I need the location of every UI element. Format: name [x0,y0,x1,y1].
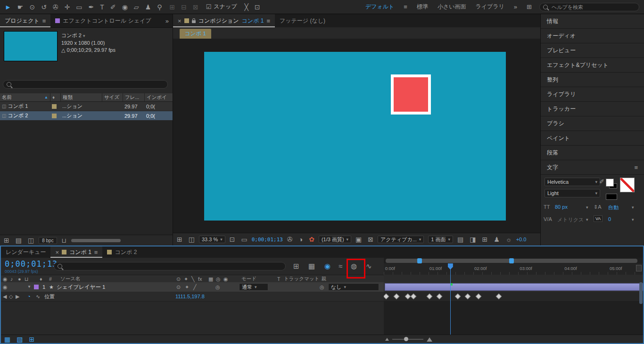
column-source-name[interactable]: ソース名 [60,276,81,282]
transparency-grid-icon[interactable]: ⊠ [368,236,373,243]
trash-icon[interactable]: ⊔ [62,238,66,244]
tracking-value[interactable]: 0 [608,216,611,222]
tab-project[interactable]: プロジェクト ≡ [0,14,50,27]
dropdown-caret-icon[interactable]: ▾ [632,205,634,210]
keyframe-track[interactable] [384,292,643,302]
column-parent[interactable]: 親 [322,276,327,282]
keyframe-diamond[interactable] [405,294,411,300]
layer-label-color[interactable] [34,285,39,289]
panel-info[interactable]: 情報 [541,14,644,29]
viewer-comp-tab[interactable]: コンポ 1 [180,29,211,39]
dropdown-caret-icon[interactable]: ▾ [586,217,588,222]
magnification-icon[interactable]: ◫ [189,236,195,243]
brush-tool[interactable]: ✐ [110,4,116,10]
project-search-input[interactable] [14,81,164,88]
tab-render-queue[interactable]: レンダーキュー [1,246,50,258]
lock-icon[interactable] [192,20,196,23]
selection-tool[interactable]: ► [5,4,11,10]
3d-layer-icon[interactable]: ◎ [216,277,221,282]
expand-layer-icon[interactable]: ▼ [27,285,31,289]
project-row-comp2[interactable]: ◫ コンポ 2 ...ション 29.97 0;0( [0,111,173,121]
layer-quality-icon[interactable]: ╱ [193,285,197,290]
draft-3d-icon[interactable]: ▦ [308,262,315,270]
timeline-button-icon[interactable]: ◨ [470,236,476,243]
expand-modes-icon[interactable]: ▧ [17,336,23,343]
timeline-zoom-slider[interactable] [385,335,432,344]
active-comp-name[interactable]: コンポ 1 [242,17,264,25]
snap-options-icon[interactable]: ╳ [244,4,248,10]
comp-mini-flowchart-icon[interactable]: ⊞ [293,262,299,270]
checkbox-checked-icon[interactable]: ☑ [206,4,212,10]
tab-composition[interactable]: × コンポジション コンポ 1 ≡ [173,14,275,27]
snap-grid-icon[interactable]: ⊡ [255,4,260,10]
new-folder-icon[interactable]: ▤ [16,237,22,244]
project-search[interactable] [3,80,168,89]
adjustment-layer-icon[interactable]: ▦ [208,277,213,282]
workspace-standard[interactable]: 標準 [417,3,428,11]
region-of-interest-icon[interactable]: ▭ [241,236,247,243]
label-color-cell[interactable] [50,102,60,111]
panel-menu-icon[interactable]: ≡ [94,249,98,255]
column-name[interactable]: 名前 ▲ [0,93,50,101]
graph-toggle-icon[interactable]: ∿ [36,294,40,299]
panel-menu-icon[interactable]: ≡ [634,164,638,171]
pan-behind-tool[interactable]: ✛ [65,4,70,10]
current-time-indicator[interactable] [450,263,451,335]
pen-tool[interactable]: ✒ [89,4,94,10]
pixel-aspect-icon[interactable]: ▤ [457,236,463,243]
composition-canvas[interactable] [204,52,506,221]
font-size-value[interactable]: 80 px [555,204,568,210]
type-tool[interactable]: T [100,4,104,10]
collapse-icon[interactable]: ✦ [184,277,188,282]
panel-effects-presets[interactable]: エフェクト&プリセット [541,58,644,73]
horizontal-scrollbar[interactable] [71,239,121,242]
sort-ascending-icon[interactable]: ▲ [44,95,48,99]
keyframe-diamond[interactable] [495,294,502,300]
workspace-default[interactable]: デフォルト [365,3,394,11]
world-axis-icon[interactable]: ⊟ [181,4,187,10]
view-axis-icon[interactable]: ⊠ [193,4,198,10]
panel-audio[interactable]: オーディオ [541,29,644,43]
fast-previews-icon[interactable]: ▣ [355,236,362,243]
keyframe-diamond[interactable] [476,294,482,300]
close-icon[interactable]: × [178,18,182,24]
interpret-footage-icon[interactable]: ⊞ [4,237,9,244]
zoom-tool[interactable]: ⊙ [29,4,35,10]
column-track-matte[interactable]: トラックマット [284,276,319,282]
comp-flowchart-icon[interactable]: ⊞ [482,236,488,243]
parent-select[interactable]: なし ▾ [328,283,379,291]
show-channel-icon[interactable]: ✿ [309,236,314,243]
navigator-handle[interactable] [417,258,422,263]
shape-layer-square[interactable] [391,74,431,115]
graph-editor-icon[interactable]: ∿ [366,262,372,270]
keyframe-diamond[interactable] [394,294,400,300]
layer-row[interactable]: ◉ ▼ 1 ★ シェイプレイヤー 1 ⊙✦╱◎ 通常 ▾ ◎ なし ▾ [1,282,384,292]
property-name[interactable]: 位置 [44,293,55,300]
workspace-overflow-icon[interactable]: » [514,4,517,10]
keyframe-diamond[interactable] [465,294,471,300]
shy-icon[interactable]: ⊙ [176,277,181,282]
column-t[interactable]: T [277,276,280,282]
zoom-in-icon[interactable] [427,337,432,342]
eyedropper-icon[interactable]: ✐ [599,179,604,185]
column-size[interactable]: サイズ [102,93,123,101]
black-color-swatch[interactable] [606,194,617,200]
panel-align[interactable]: 整列 [541,73,644,87]
mini-flowchart-icon[interactable]: ♟ [494,236,500,243]
workspace-menu-icon[interactable]: ≡ [404,4,407,10]
snap-toggle[interactable]: ☑ スナップ [206,3,237,11]
workspace-libraries[interactable]: ライブラリ [475,3,504,11]
layer-track[interactable] [384,282,643,292]
3d-camera-icon[interactable]: ◉ [223,277,228,282]
always-preview-icon[interactable]: ⊞ [177,236,182,243]
parent-pickwhip-icon[interactable]: ◎ [320,285,324,290]
navigator-handle[interactable] [509,258,514,263]
zoom-slider-track[interactable] [392,339,423,340]
audio-icon[interactable]: ♪ [10,277,13,282]
layer-fx-icon[interactable]: ◎ [215,285,220,290]
grid-guides-icon[interactable]: ⊡ [230,236,235,243]
panel-brushes[interactable]: ブラシ [541,116,644,131]
panel-paint[interactable]: ペイント [541,131,644,146]
puppet-pin-tool[interactable]: ⚲ [157,4,162,10]
column-mode[interactable]: モード [241,276,256,282]
